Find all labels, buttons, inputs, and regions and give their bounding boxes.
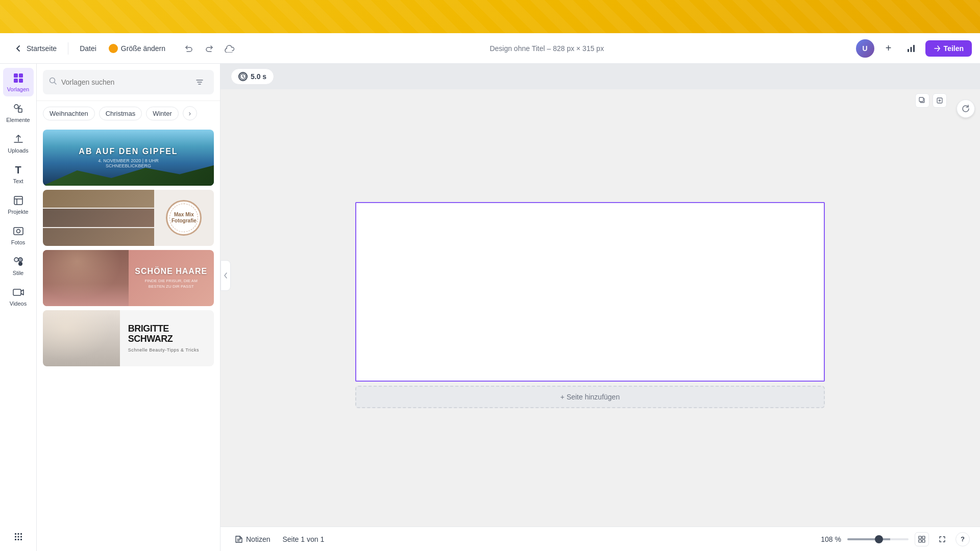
svg-rect-10: [14, 228, 23, 235]
svg-point-11: [16, 230, 20, 233]
sidebar-item-projekte[interactable]: Projekte: [3, 190, 34, 219]
sidebar-item-more[interactable]: [3, 527, 34, 547]
svg-rect-4: [19, 73, 23, 78]
template-card-hair[interactable]: SCHÖNE HAARE FINDE DIE FRISUR, DIE AMBES…: [43, 250, 214, 306]
add-page-button[interactable]: + Seite hinzufügen: [355, 386, 825, 408]
template-card-brigitte[interactable]: BRIGITTESCHWARZ Schnelle Beauty-Tipps & …: [43, 310, 214, 366]
projekte-icon: [12, 194, 24, 207]
sidebar-item-text[interactable]: T Text: [3, 160, 34, 188]
filter-button[interactable]: [191, 74, 208, 90]
more-icon: [12, 531, 24, 543]
template-hair-subtitle: FINDE DIE FRISUR, DIE AMBESTEN ZU DIR PA…: [135, 278, 208, 289]
template-photo-left: [43, 190, 154, 246]
file-menu-button[interactable]: Datei: [75, 41, 102, 56]
coin-icon: [109, 44, 118, 53]
zoom-slider[interactable]: [847, 538, 909, 540]
sidebar-item-videos[interactable]: Videos: [3, 282, 34, 311]
sidebar-item-elemente[interactable]: Elemente: [3, 98, 34, 127]
save-cloud-button[interactable]: [222, 40, 238, 57]
redo-button[interactable]: [201, 40, 217, 57]
add-to-canvas-button[interactable]: [933, 93, 947, 108]
duplicate-canvas-button[interactable]: [915, 93, 929, 108]
canvas-frame[interactable]: [355, 202, 825, 382]
templates-list: AB AUF DEN GIPFEL 4. NOVEMBER 2020 | 8 U…: [37, 126, 220, 551]
projekte-label: Projekte: [8, 209, 28, 215]
photo-strip-2: [43, 209, 154, 227]
template-brigitte-title: BRIGITTESCHWARZ: [128, 324, 206, 344]
videos-icon: [12, 286, 24, 298]
help-button[interactable]: ?: [955, 532, 970, 546]
tag-weihnachten[interactable]: Weihnachten: [43, 107, 95, 120]
add-collaborator-button[interactable]: +: [880, 40, 897, 57]
svg-point-14: [18, 258, 22, 262]
undo-button[interactable]: [181, 40, 197, 57]
text-label: Text: [13, 178, 23, 184]
template-mountain-title: AB AUF DEN GIPFEL: [79, 147, 178, 156]
header-left: Startseite Datei Größe ändern: [8, 40, 238, 57]
svg-rect-0: [908, 49, 909, 52]
tag-christmas[interactable]: Christmas: [99, 107, 142, 120]
sidebar-item-stile[interactable]: Stile: [3, 252, 34, 280]
svg-point-13: [18, 262, 22, 266]
sidebar-item-fotos[interactable]: Fotos: [3, 221, 34, 249]
search-icon: [49, 77, 57, 87]
svg-rect-6: [19, 79, 23, 83]
tag-winter[interactable]: Winter: [146, 107, 179, 120]
svg-rect-9: [14, 196, 22, 205]
collapse-panel-button[interactable]: [220, 260, 231, 291]
template-card-mountain[interactable]: AB AUF DEN GIPFEL 4. NOVEMBER 2020 | 8 U…: [43, 130, 214, 186]
stamp-circle: Max MixFotografie: [166, 200, 202, 236]
template-brigitte-photo: [43, 310, 120, 366]
sidebar-item-vorlagen[interactable]: Vorlagen: [3, 68, 34, 96]
avatar-image: U: [856, 39, 874, 58]
header-divider: [68, 42, 68, 55]
sidebar-item-uploads[interactable]: Uploads: [3, 129, 34, 158]
bottom-bar: Notizen Seite 1 von 1 108 %: [220, 527, 980, 551]
svg-rect-31: [919, 540, 921, 542]
svg-rect-5: [14, 79, 18, 83]
timer-value: 5.0 s: [251, 72, 266, 81]
photo-strip-1: [43, 190, 154, 208]
user-avatar[interactable]: U: [856, 39, 874, 58]
bottom-right: 108 % ?: [821, 532, 970, 546]
template-hair-text: SCHÖNE HAARE FINDE DIE FRISUR, DIE AMBES…: [129, 261, 214, 295]
timer-icon: [238, 72, 248, 81]
notes-button[interactable]: Notizen: [231, 533, 274, 545]
canvas-area: 5.0 s: [220, 64, 980, 551]
back-label: Startseite: [27, 44, 57, 53]
videos-label: Videos: [10, 300, 27, 307]
refresh-button[interactable]: [957, 99, 975, 118]
tags-more-button[interactable]: ›: [183, 106, 197, 120]
share-label: Teilen: [944, 44, 964, 53]
left-panel: Weihnachten Christmas Winter › AB AUF DE…: [37, 64, 220, 551]
svg-rect-20: [20, 536, 22, 538]
share-button[interactable]: Teilen: [925, 40, 972, 57]
back-home-button[interactable]: Startseite: [8, 40, 62, 57]
search-box: [43, 70, 214, 94]
svg-rect-2: [913, 45, 915, 52]
analytics-button[interactable]: [903, 40, 919, 57]
text-icon: T: [12, 164, 24, 176]
template-card-maxmix[interactable]: Max MixFotografie: [43, 190, 214, 246]
fotos-icon: [12, 225, 24, 237]
search-input[interactable]: [61, 78, 187, 86]
fullscreen-button[interactable]: [935, 532, 949, 546]
svg-rect-1: [910, 47, 912, 52]
page-indicator: Seite 1 von 1: [282, 535, 324, 543]
template-photo-right: Max MixFotografie: [154, 190, 214, 246]
template-mountain-subtitle: 4. NOVEMBER 2020 | 8 UHRSCHNEEBLICKBERG: [79, 158, 178, 168]
zoom-slider-container: [847, 538, 909, 540]
stamp-text: Max MixFotografie: [172, 212, 197, 224]
resize-button[interactable]: Größe ändern: [104, 41, 170, 56]
svg-rect-3: [14, 73, 18, 78]
elemente-label: Elemente: [6, 117, 30, 123]
notes-label: Notizen: [246, 535, 270, 543]
header: Startseite Datei Größe ändern: [0, 33, 980, 64]
template-hair-photo: [43, 250, 129, 306]
canvas-wrapper: + Seite hinzufügen: [220, 89, 980, 551]
header-right: U + Teilen: [856, 39, 972, 58]
photo-strip-3: [43, 228, 154, 246]
svg-rect-8: [18, 109, 22, 112]
grid-view-button[interactable]: [915, 532, 929, 546]
timer-display[interactable]: 5.0 s: [231, 68, 274, 85]
